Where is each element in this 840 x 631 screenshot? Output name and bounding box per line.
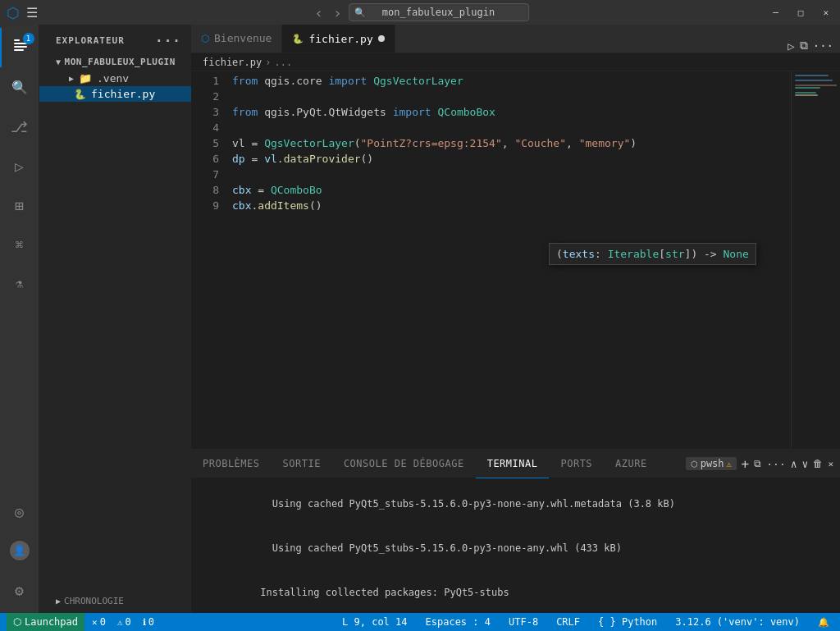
line-ending-label: CRLF [556, 616, 580, 628]
tab-sortie[interactable]: SORTIE [272, 450, 332, 478]
title-bar-left: ⬡ ☰ [7, 4, 38, 21]
code-editor[interactable]: 1 2 3 4 5 6 7 8 9 from qgis.core import … [191, 71, 791, 449]
activity-item-github[interactable]: ◎ [0, 492, 39, 531]
terminal-up-button[interactable]: ∧ [791, 458, 797, 470]
code-line-2 [232, 89, 791, 104]
status-bar: ⬡ Launchpad ✕ 0 ⚠ 0 ℹ 0 L 9, col 14 Espa… [0, 613, 840, 631]
terminal-label: TERMINAL [487, 458, 538, 469]
sidebar-item-venv[interactable]: ▶ 📁 .venv [39, 71, 191, 86]
activity-item-explorer[interactable]: 1 [0, 28, 39, 67]
source-control-icon: ⎇ [11, 118, 28, 135]
nav-forward-button[interactable]: › [330, 4, 345, 21]
tab-problemes[interactable]: PROBLÈMES [191, 450, 272, 478]
sidebar-chronologie-toggle[interactable]: ▶ CHRONOLOGIE [39, 592, 191, 610]
sidebar-more-button[interactable]: ··· [155, 33, 181, 48]
launchpad-button[interactable]: ⬡ Launchpad [7, 613, 84, 631]
breadcrumb-file[interactable]: fichier.py [203, 57, 262, 68]
activity-item-search[interactable]: 🔍 [0, 67, 39, 107]
breadcrumb: fichier.py › ... [191, 53, 840, 71]
errors-button[interactable]: ✕ 0 [88, 613, 110, 631]
activity-item-remote[interactable]: ⌘ [0, 225, 39, 264]
split-editor-button[interactable]: ⧉ [800, 39, 808, 53]
tab-console-debug[interactable]: CONSOLE DE DÉBOGAGE [332, 450, 476, 478]
terminal-content[interactable]: Using cached PyQt5_stubs-5.15.6.0-py3-no… [191, 478, 840, 613]
menu-icon[interactable]: ☰ [26, 5, 38, 21]
tab-fichier-py[interactable]: 🐍 fichier.py [282, 25, 395, 53]
main-layout: 1 🔍 ⎇ ▷ ⊞ ⌘ ⚗ ◎ 👤 ⚙ [0, 25, 840, 613]
terminal-trash-button[interactable]: 🗑 [813, 458, 823, 469]
run-split-button[interactable]: ▷ [788, 39, 794, 53]
terminal-line-1: Using cached PyQt5_stubs-5.15.6.0-py3-no… [201, 482, 830, 526]
terminal-close-button[interactable]: ✕ [828, 459, 833, 469]
tabs-bar: ⬡ Bienvenue 🐍 fichier.py ▷ ⧉ ··· [191, 25, 840, 53]
code-line-7 [232, 167, 791, 182]
encoding-button[interactable]: UTF-8 [504, 613, 542, 631]
terminal-down-button[interactable]: ∨ [802, 458, 809, 470]
chevron-down-icon: ▼ [56, 57, 62, 66]
warning-count: 0 [126, 616, 131, 628]
tab-modified-dot [378, 35, 385, 42]
sidebar-footer: ▶ CHRONOLOGIE [39, 589, 191, 613]
global-search-box[interactable]: 🔍 mon_fabuleux_plugin [349, 3, 529, 21]
test-icon: ⚗ [16, 277, 23, 291]
chronologie-label: CHRONOLOGIE [64, 596, 124, 606]
nav-back-button[interactable]: ‹ [311, 4, 326, 21]
breadcrumb-path[interactable]: ... [274, 57, 292, 68]
tab-ports[interactable]: PORTS [549, 450, 604, 478]
search-text: mon_fabuleux_plugin [369, 7, 495, 18]
code-line-8: cbx = QComboBo [232, 182, 791, 198]
bell-icon: 🔔 [818, 617, 829, 628]
project-name: MON_FABULEUX_PLUGIN [65, 57, 176, 67]
activity-item-settings[interactable]: ⚙ [0, 570, 39, 610]
code-content[interactable]: from qgis.core import QgsVectorLayer fro… [226, 71, 791, 449]
spaces-label: Espaces : 4 [426, 616, 491, 628]
sidebar-item-fichier-py[interactable]: 🐍 fichier.py [39, 86, 191, 102]
close-button[interactable]: ✕ [818, 6, 833, 20]
line-ending-button[interactable]: CRLF [552, 613, 584, 631]
terminal-panel: PROBLÈMES SORTIE CONSOLE DE DÉBOGAGE TER… [191, 449, 840, 613]
problemes-label: PROBLÈMES [203, 458, 260, 469]
activity-item-run[interactable]: ▷ [0, 146, 39, 185]
warning-icon-status: ⚠ [117, 617, 123, 628]
terminal-shell-selector[interactable]: ⬡ pwsh ⚠ [686, 457, 737, 470]
activity-item-account[interactable]: 👤 [0, 531, 39, 570]
terminal-tabs: PROBLÈMES SORTIE CONSOLE DE DÉBOGAGE TER… [191, 450, 840, 478]
maximize-button[interactable]: □ [793, 6, 809, 20]
activity-item-test[interactable]: ⚗ [0, 264, 39, 304]
editor-area: ⬡ Bienvenue 🐍 fichier.py ▷ ⧉ ··· fichier… [191, 25, 840, 613]
language-button[interactable]: { } Python [594, 613, 661, 631]
title-bar-right: ─ □ ✕ [768, 6, 833, 20]
tab-bienvenue[interactable]: ⬡ Bienvenue [191, 25, 282, 53]
title-bar: ⬡ ☰ ‹ › 🔍 mon_fabuleux_plugin ─ □ ✕ [0, 0, 840, 25]
tab-terminal[interactable]: TERMINAL [476, 450, 550, 478]
python-version-button[interactable]: 3.12.6 ('venv': venv) [671, 613, 804, 631]
vscode-tab-icon: ⬡ [201, 33, 209, 44]
ports-label: PORTS [560, 458, 592, 469]
sidebar-title: Explorateur [56, 35, 125, 46]
pwsh-icon: ⬡ [691, 460, 698, 469]
mini-line-9 [795, 94, 818, 96]
indentation[interactable]: Espaces : 4 [422, 613, 495, 631]
cursor-position[interactable]: L 9, col 14 [338, 613, 411, 631]
editor-more-button[interactable]: ··· [813, 39, 833, 53]
terminal-add-button[interactable]: + [742, 456, 750, 472]
activity-item-extensions[interactable]: ⊞ [0, 185, 39, 225]
code-editor-container: 1 2 3 4 5 6 7 8 9 from qgis.core import … [191, 71, 840, 449]
terminal-line-2: Using cached PyQt5_stubs-5.15.6.0-py3-no… [201, 526, 830, 570]
code-line-5: vl = QgsVectorLayer("PointZ?crs=epsg:215… [232, 135, 791, 151]
activity-bar-bottom: ◎ 👤 ⚙ [0, 492, 39, 613]
terminal-split-button[interactable]: ⧉ [754, 458, 761, 469]
notifications-bell[interactable]: 🔔 [814, 613, 833, 631]
info-button[interactable]: ℹ 0 [139, 613, 158, 631]
svg-rect-0 [14, 39, 20, 41]
activity-item-source-control[interactable]: ⎇ [0, 107, 39, 146]
bienvenue-tab-label: Bienvenue [214, 32, 272, 44]
tab-azure[interactable]: AZURE [604, 450, 659, 478]
method-signature-tooltip: (texts: Iterable[str]) -> None [549, 243, 756, 265]
vscode-icon: ⬡ [7, 4, 20, 21]
minimize-button[interactable]: ─ [768, 6, 783, 20]
project-root-toggle[interactable]: ▼ MON_FABULEUX_PLUGIN [39, 53, 191, 71]
terminal-more-button[interactable]: ··· [766, 458, 785, 470]
warnings-button[interactable]: ⚠ 0 [113, 613, 135, 631]
line-numbers: 1 2 3 4 5 6 7 8 9 [191, 71, 226, 449]
